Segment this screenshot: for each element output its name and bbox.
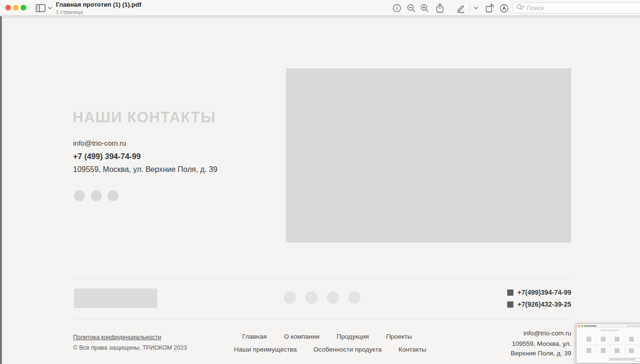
contacts-heading: НАШИ КОНТАКТЫ [73, 109, 216, 126]
pdf-page: НАШИ КОНТАКТЫ info@trio-com.ru +7 (499) … [0, 16, 640, 364]
thumbnail-traffic-yellow [580, 325, 581, 327]
zoom-out-button[interactable] [405, 2, 417, 14]
partner-logo-placeholder [601, 348, 606, 353]
footer-phone-number[interactable]: +7(926)432-39-25 [518, 300, 571, 308]
footer-social-circle[interactable] [305, 291, 318, 304]
thumbnail-partners-heading: НАШИ ПАРТНЕРЫ [589, 330, 630, 332]
info-button[interactable] [391, 2, 403, 14]
social-icons-row [74, 190, 118, 201]
annotate-button[interactable] [498, 2, 510, 14]
nav-link-products[interactable]: Продукция [337, 333, 369, 340]
copyright-text: © Все права защищены, ТРИОКОМ 2023 [73, 344, 187, 351]
phone-square-icon [507, 301, 513, 308]
contacts-phone[interactable]: +7 (499) 394-74-99 [73, 152, 141, 161]
footer-phone-row: +7(499)394-74-99 [507, 289, 571, 296]
toolbar-separator [469, 4, 470, 12]
footer-logo-placeholder [74, 289, 157, 308]
partner-logo-placeholder [629, 337, 634, 342]
rotate-button[interactable] [483, 2, 496, 14]
thumbnail-toolbar-icons [628, 325, 640, 327]
footer-nav-row-1: Главная О компании Продукция Проекты [242, 333, 412, 340]
thumbnail-partners-grid [582, 334, 639, 356]
hero-image-placeholder [286, 68, 571, 243]
partner-logo-placeholder [629, 348, 634, 353]
titlebar: Главная прототип (1) (1).pdf 1 страница [0, 0, 640, 16]
preview-app-window: Главная прототип (1) (1).pdf 1 страница [0, 0, 640, 364]
zoom-out-icon [406, 3, 416, 13]
nav-link-features[interactable]: Особенности продукта [313, 346, 382, 353]
partner-logo-placeholder [615, 348, 619, 353]
markup-pencil-icon [456, 3, 466, 13]
social-circle-placeholder[interactable] [107, 190, 118, 201]
footer-address-line2: Верхние Поля, д. 39 [511, 350, 571, 357]
social-circle-placeholder[interactable] [91, 190, 102, 201]
share-icon [435, 3, 445, 13]
close-window-button[interactable] [5, 5, 11, 11]
contacts-address: 109559, Москва, ул. Верхние Поля, д. 39 [73, 165, 217, 174]
footer-social-circle[interactable] [327, 291, 339, 304]
nav-link-advantages[interactable]: Наши преимущества [234, 346, 297, 353]
partner-logo-placeholder [587, 348, 591, 353]
chevron-down-icon [48, 7, 52, 10]
thumbnail-corner-button [634, 358, 640, 362]
contacts-email[interactable]: info@trio-com.ru [73, 139, 126, 147]
footer-email[interactable]: info@trio-com.ru [523, 330, 571, 337]
chevron-down-icon [474, 7, 478, 10]
sidebar-icon [35, 4, 46, 12]
zoom-window-button[interactable] [21, 5, 26, 11]
search-input[interactable] [527, 4, 639, 11]
info-icon [392, 3, 402, 13]
minimize-window-button[interactable] [13, 5, 19, 11]
nav-link-contacts[interactable]: Контакты [398, 346, 426, 353]
footer-social-circle[interactable] [284, 291, 296, 304]
search-field[interactable] [512, 2, 640, 13]
phone-square-icon [507, 289, 513, 296]
nav-link-home[interactable]: Главная [242, 333, 267, 340]
privacy-policy-link[interactable]: Политика конфиденциальности [73, 334, 161, 341]
markup-button[interactable] [454, 2, 468, 14]
footer-nav-row-2: Наши преимущества Особенности продукта К… [234, 346, 427, 353]
social-circle-placeholder[interactable] [74, 190, 85, 201]
annotate-pen-icon [499, 3, 509, 13]
thumbnail-title-dash [584, 325, 597, 327]
markup-options-chevron[interactable] [471, 2, 480, 14]
rotate-icon [484, 3, 495, 13]
partner-logo-placeholder [587, 337, 591, 342]
footer-phone-row: +7(926)432-39-25 [507, 300, 571, 308]
share-button[interactable] [434, 2, 446, 14]
partner-logo-placeholder [601, 337, 606, 342]
nav-link-about[interactable]: О компании [284, 333, 319, 340]
zoom-in-button[interactable] [418, 2, 431, 14]
footer-social-row [284, 291, 361, 304]
footer-divider-bottom [73, 319, 571, 319]
left-edge-strip [0, 16, 2, 364]
nav-link-projects[interactable]: Проекты [386, 333, 412, 340]
search-icon [516, 4, 527, 12]
partner-logo-placeholder [615, 337, 619, 342]
footer-social-circle[interactable] [348, 291, 361, 304]
sidebar-options-chevron[interactable] [46, 2, 53, 14]
thumbnail-traffic-green [582, 325, 583, 327]
thumbnail-traffic-red [578, 325, 579, 327]
footer-phone-number[interactable]: +7(499)394-74-99 [518, 289, 571, 296]
screenshot-thumbnail[interactable]: НАШИ ПАРТНЕРЫ [576, 323, 640, 364]
document-title-block: Главная прототип (1) (1).pdf 1 страница [56, 1, 141, 15]
document-page-count: 1 страница [56, 9, 141, 15]
footer-address-line1: 109559, Москва, ул. [512, 340, 571, 347]
footer-divider-top [73, 278, 571, 279]
thumbnail-titlebar [576, 324, 640, 328]
zoom-in-icon [420, 3, 429, 13]
document-title: Главная прототип (1) (1).pdf [56, 1, 141, 9]
